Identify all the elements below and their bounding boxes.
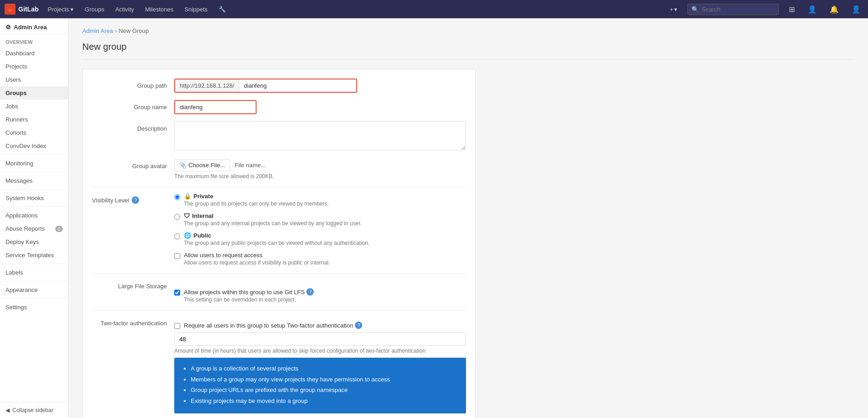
group-path-input[interactable]: [239, 79, 356, 92]
visibility-internal-option: 🛡 Internal The group and any internal pr…: [174, 212, 466, 227]
sidebar-item-projects[interactable]: Projects: [0, 60, 68, 73]
description-control: [174, 122, 466, 152]
sidebar-item-jobs[interactable]: Jobs: [0, 100, 68, 113]
search-container: 🔍: [687, 4, 779, 15]
collapse-icon: ◀: [5, 407, 10, 413]
sidebar-item-applications[interactable]: Applications: [0, 209, 68, 222]
sidebar-item-users[interactable]: Users: [0, 73, 68, 86]
description-textarea[interactable]: [174, 122, 466, 150]
lfs-desc: This setting can be overridden in each p…: [184, 296, 314, 303]
search-input[interactable]: [702, 6, 775, 13]
sidebar-admin-header: ⚙ Admin Area: [0, 18, 68, 35]
nav-wrench[interactable]: 🔧: [217, 0, 228, 18]
twofa-help-icon[interactable]: ?: [355, 322, 362, 329]
info-list: A group is a collection of several proje…: [182, 364, 459, 405]
nav-snippets[interactable]: Snippets: [182, 0, 209, 18]
info-box: A group is a collection of several proje…: [174, 358, 466, 413]
request-access-row: Allow users to request access Allow user…: [174, 252, 466, 266]
nav-milestones[interactable]: Milestones: [143, 0, 175, 18]
sidebar: ⚙ Admin Area Overview Dashboard Projects…: [0, 18, 69, 418]
choose-file-button[interactable]: 📎 Choose File...: [174, 159, 230, 171]
sidebar-item-abuse-reports[interactable]: Abuse Reports 0: [0, 222, 68, 235]
new-group-form: Group path http://192.168.1.128/ Group n…: [82, 69, 476, 418]
new-resource-button[interactable]: + ▾: [667, 6, 680, 13]
twofa-help-text: Amount of time (in hours) that users are…: [174, 348, 466, 354]
visibility-private-title: 🔒 Private: [184, 193, 329, 200]
sidebar-item-dashboard[interactable]: Dashboard: [0, 47, 68, 60]
lfs-label: Large File Storage: [92, 279, 174, 290]
sidebar-item-deploy-keys[interactable]: Deploy Keys: [0, 235, 68, 249]
gitlab-logo-icon: [5, 4, 16, 15]
info-item-1: Members of a group may only view project…: [191, 375, 459, 384]
main-content: Admin Area › New Group New group Group p…: [69, 18, 868, 418]
sidebar-item-messages[interactable]: Messages: [0, 174, 68, 187]
sidebar-item-monitoring[interactable]: Monitoring: [0, 157, 68, 170]
app-name: GitLab: [18, 5, 38, 13]
group-name-control: [174, 100, 466, 114]
group-path-label: Group path: [92, 79, 174, 89]
sidebar-item-groups[interactable]: Groups: [0, 86, 68, 100]
breadcrumb-admin-link[interactable]: Admin Area: [82, 27, 113, 34]
request-access-checkbox[interactable]: [174, 253, 180, 259]
visibility-public-radio[interactable]: [174, 233, 180, 239]
dock-icon[interactable]: ⊞: [786, 5, 798, 14]
visibility-internal-radio[interactable]: [174, 214, 180, 220]
app-logo[interactable]: GitLab: [5, 4, 38, 15]
avatar-icon[interactable]: 👤: [849, 5, 863, 14]
group-name-row: Group name: [92, 100, 466, 114]
nav-groups[interactable]: Groups: [83, 0, 106, 18]
sidebar-item-service-templates[interactable]: Service Templates: [0, 249, 68, 262]
sidebar-item-labels[interactable]: Labels: [0, 266, 68, 279]
lfs-control: Allow projects within this group to use …: [174, 279, 466, 303]
info-item-3: Existing projects may be moved into a gr…: [191, 397, 459, 406]
visibility-control: 🔒 Private The group and its projects can…: [174, 193, 466, 266]
sidebar-item-runners[interactable]: Runners: [0, 113, 68, 126]
lock-icon: 🔒: [184, 193, 191, 200]
nav-activity[interactable]: Activity: [113, 0, 136, 18]
group-path-control: http://192.168.1.128/: [174, 79, 466, 93]
breadcrumb: Admin Area › New Group: [82, 27, 854, 34]
group-name-label: Group name: [92, 100, 174, 111]
nav-projects[interactable]: Projects ▾: [46, 0, 75, 18]
sidebar-item-settings[interactable]: Settings: [0, 301, 68, 314]
twofa-value-input[interactable]: [174, 333, 466, 346]
visibility-internal-title: 🛡 Internal: [184, 212, 362, 219]
overview-section-label: Overview: [0, 35, 68, 47]
twofa-control: Require all users in this group to setup…: [174, 316, 466, 413]
top-navigation: GitLab Projects ▾ Groups Activity Milest…: [0, 0, 868, 18]
search-icon: 🔍: [691, 6, 699, 13]
sidebar-item-convdev[interactable]: ConvDev Index: [0, 139, 68, 153]
visibility-public-title: 🌐 Public: [184, 232, 370, 239]
collapse-sidebar-button[interactable]: ◀ Collapse sidebar: [0, 402, 68, 418]
sidebar-item-cohorts[interactable]: Cohorts: [0, 126, 68, 139]
breadcrumb-separator: ›: [115, 27, 117, 34]
visibility-help-icon[interactable]: ?: [132, 196, 139, 204]
abuse-reports-badge: 0: [55, 226, 63, 232]
twofa-checkbox-row: Require all users in this group to setup…: [174, 322, 466, 329]
visibility-radio-group: 🔒 Private The group and its projects can…: [174, 193, 466, 246]
request-access-desc: Allow users to request access if visibil…: [184, 259, 330, 266]
paperclip-icon: 📎: [179, 162, 187, 169]
visibility-private-desc: The group and its projects can only be v…: [184, 201, 329, 207]
request-access-label: Allow users to request access: [184, 252, 330, 259]
shield-icon: 🛡: [184, 212, 190, 219]
avatar-label: Group avatar: [92, 159, 174, 169]
lfs-checkbox[interactable]: [174, 290, 180, 296]
group-path-input-group: http://192.168.1.128/: [174, 79, 357, 93]
visibility-internal-desc: The group and any internal projects can …: [184, 220, 362, 227]
twofa-row: Two-factor authentication Require all us…: [92, 316, 466, 413]
visibility-private-radio[interactable]: [174, 194, 180, 200]
visibility-private-option: 🔒 Private The group and its projects can…: [174, 193, 466, 207]
visibility-public-desc: The group and any public projects can be…: [184, 240, 370, 246]
user-profile-icon[interactable]: 👤: [805, 5, 820, 14]
lfs-row: Large File Storage Allow projects within…: [92, 279, 466, 303]
sidebar-item-system-hooks[interactable]: System Hooks: [0, 191, 68, 205]
twofa-label: Two-factor authentication: [92, 316, 174, 327]
lfs-checkbox-label: Allow projects within this group to use …: [184, 289, 305, 296]
info-item-0: A group is a collection of several proje…: [191, 364, 459, 373]
group-name-input[interactable]: [174, 100, 257, 114]
twofa-checkbox[interactable]: [174, 323, 180, 329]
notifications-icon[interactable]: 🔔: [827, 5, 841, 14]
sidebar-item-appearance[interactable]: Appearance: [0, 283, 68, 296]
lfs-help-icon[interactable]: ?: [306, 288, 314, 296]
